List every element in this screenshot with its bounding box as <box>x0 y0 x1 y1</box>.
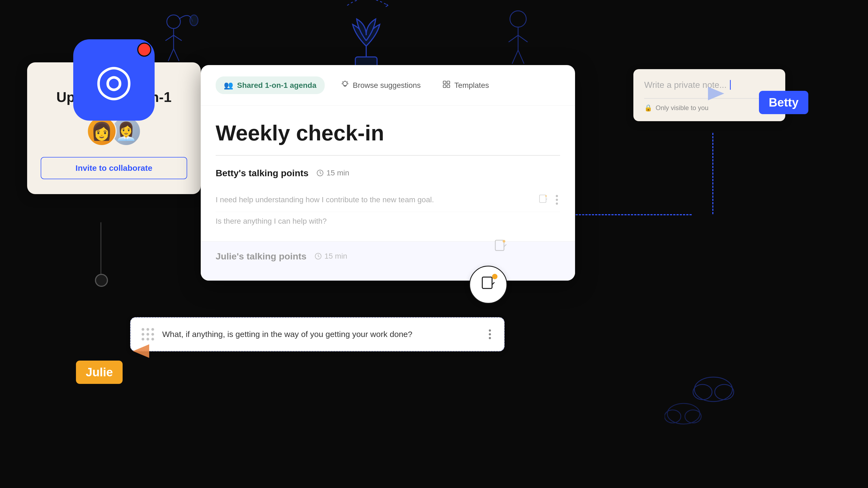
grid-icon <box>442 80 451 90</box>
lock-icon: 🔒 <box>644 104 652 112</box>
betty-name-badge: Betty <box>759 91 808 114</box>
meeting-title: Weekly check-in <box>216 121 560 145</box>
app-logo-symbol: ◎ <box>95 58 133 102</box>
svg-rect-24 <box>443 85 446 88</box>
agenda-item-2: Is there anything I can help with? <box>216 212 560 230</box>
svg-line-2 <box>165 35 174 41</box>
app-icon: ◎ <box>73 39 155 121</box>
svg-point-9 <box>510 11 526 27</box>
svg-line-3 <box>174 35 182 41</box>
svg-line-18 <box>342 82 343 83</box>
svg-point-42 <box>715 384 734 400</box>
connector-dot <box>95 274 108 287</box>
note-visibility: 🔒 Only visible to you <box>644 104 774 112</box>
julies-time-badge: 15 min <box>315 252 347 261</box>
tab-browse-suggestions[interactable]: Browse suggestions <box>336 76 426 95</box>
tab-shared-agenda[interactable]: 👥 Shared 1-on-1 agenda <box>216 76 325 94</box>
bettys-section-title: Betty's talking points <box>216 168 308 178</box>
tab-templates-label: Templates <box>454 81 489 90</box>
svg-rect-25 <box>447 85 450 88</box>
svg-point-15 <box>343 82 347 86</box>
svg-line-14 <box>518 50 524 64</box>
text-cursor <box>730 80 731 90</box>
question-menu-dots[interactable] <box>487 327 493 341</box>
title-divider <box>216 155 560 156</box>
app-icon-wrapper: ◎ <box>73 39 155 121</box>
avatar-person1: 👩 <box>87 116 117 146</box>
notification-dot <box>137 42 151 57</box>
svg-line-13 <box>512 50 518 64</box>
agenda-item-1: I need help understanding how I contribu… <box>216 188 560 212</box>
svg-line-19 <box>347 82 348 83</box>
bulb-icon <box>341 80 349 90</box>
drag-handle[interactable] <box>142 328 154 340</box>
cloud-decoration <box>664 351 773 434</box>
bettys-time: 15 min <box>326 169 349 177</box>
note-icon-item1[interactable] <box>538 194 548 206</box>
tab-shared-label: Shared 1-on-1 agenda <box>237 81 316 90</box>
svg-marker-38 <box>708 87 724 100</box>
private-note-dot <box>492 274 497 279</box>
svg-point-0 <box>167 15 180 29</box>
question-item: What, if anything, is getting in the way… <box>130 317 504 351</box>
private-note-icon <box>480 275 496 294</box>
svg-line-33 <box>318 256 319 257</box>
tab-browse-label: Browse suggestions <box>353 81 421 90</box>
avatar-group: 👩 👩‍💼 <box>41 116 187 146</box>
julies-time: 15 min <box>324 252 347 261</box>
svg-rect-34 <box>482 277 492 289</box>
svg-point-37 <box>503 240 505 242</box>
private-note-button[interactable] <box>469 266 507 304</box>
three-dots-item1[interactable] <box>554 193 560 207</box>
svg-point-45 <box>685 410 701 423</box>
svg-line-12 <box>518 35 528 42</box>
invite-collaborate-button[interactable]: Invite to collaborate <box>41 157 187 179</box>
agenda-item-2-text: Is there anything I can help with? <box>216 217 327 226</box>
svg-marker-39 <box>133 344 149 358</box>
julie-arrow <box>130 341 152 362</box>
svg-point-41 <box>693 384 712 400</box>
dashed-connector-vertical <box>712 133 713 214</box>
panel-header: 👥 Shared 1-on-1 agenda Browse suggestion… <box>201 65 575 106</box>
svg-line-5 <box>174 49 179 61</box>
svg-line-4 <box>168 49 174 61</box>
svg-point-30 <box>545 195 547 197</box>
svg-rect-36 <box>495 240 504 251</box>
bettys-time-badge: 15 min <box>316 169 349 177</box>
main-agenda-panel: 👥 Shared 1-on-1 agenda Browse suggestion… <box>201 65 575 281</box>
agenda-item-1-actions <box>538 193 560 207</box>
note-icon-small[interactable] <box>494 238 508 255</box>
svg-line-28 <box>320 173 321 174</box>
svg-rect-22 <box>443 81 446 84</box>
visibility-text: Only visible to you <box>656 104 709 112</box>
svg-point-6 <box>190 15 198 26</box>
svg-line-11 <box>508 35 518 42</box>
svg-point-43 <box>667 403 700 424</box>
people-icon: 👥 <box>224 81 233 90</box>
bettys-section-header: Betty's talking points 15 min <box>216 168 560 178</box>
send-arrow <box>705 84 727 104</box>
julies-section-header: Julie's talking points 15 min <box>216 251 560 262</box>
julies-section-title: Julie's talking points <box>216 251 307 262</box>
connector-line <box>100 222 101 276</box>
agenda-item-1-text: I need help understanding how I contribu… <box>216 195 434 204</box>
panel-body: Weekly check-in Betty's talking points 1… <box>201 106 575 241</box>
julies-section: Julie's talking points 15 min <box>201 241 575 281</box>
svg-point-40 <box>694 377 733 401</box>
svg-rect-23 <box>447 81 450 84</box>
question-text: What, if anything, is getting in the way… <box>162 330 478 339</box>
svg-rect-29 <box>539 195 546 202</box>
julie-name-badge: Julie <box>76 361 123 384</box>
tab-templates[interactable]: Templates <box>437 76 495 95</box>
